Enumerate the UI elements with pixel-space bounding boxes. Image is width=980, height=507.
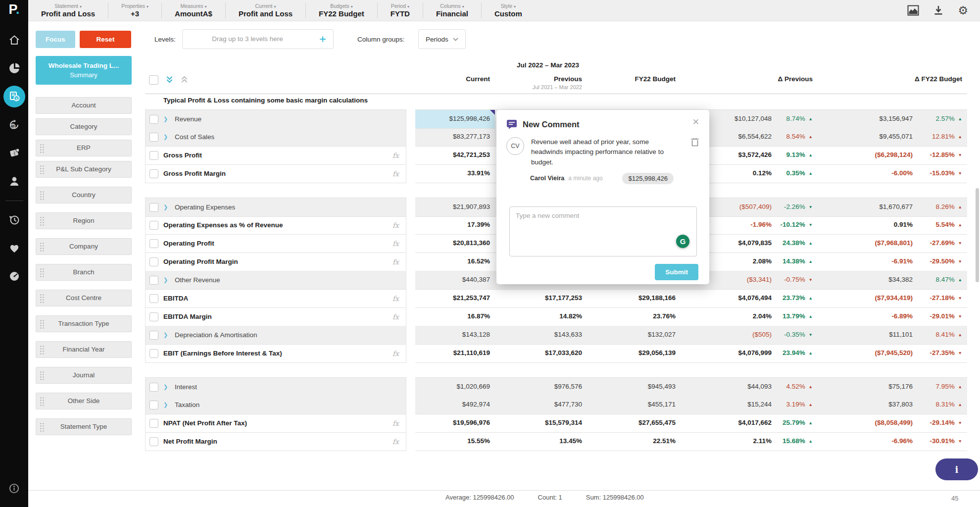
cell-delta-budget-percent[interactable]: -15.03% ▼ xyxy=(918,164,967,183)
cell-delta-budget-value[interactable]: ($7,968,801) xyxy=(818,234,918,253)
cell-delta-budget-value[interactable]: $34,382 xyxy=(818,271,918,290)
cell-previous[interactable]: $15,579,314 xyxy=(495,414,587,433)
cell-delta-budget-percent[interactable]: -29.01% ▼ xyxy=(918,307,967,326)
cell-current[interactable]: $19,596,976 xyxy=(415,414,495,433)
focus-button[interactable]: Focus xyxy=(36,31,75,48)
expand-row-icon[interactable]: ❯ xyxy=(163,116,170,122)
delete-comment-icon[interactable] xyxy=(690,137,699,148)
cell-delta-previous-percent[interactable]: 8.74% ▲ xyxy=(777,109,818,129)
cell-delta-previous-value[interactable]: 2.04% xyxy=(681,307,777,326)
cell-delta-budget-percent[interactable]: 7.95% ▲ xyxy=(918,377,967,397)
toolbar-item-measures[interactable]: Measures▾AmountA$ xyxy=(161,2,225,18)
cell-delta-budget-percent[interactable]: -29.50% ▼ xyxy=(918,253,967,271)
cell-delta-budget-percent[interactable]: 2.57% ▲ xyxy=(918,109,967,129)
selection-button[interactable]: Wholesale Trading L... Summary xyxy=(36,56,132,85)
settings-gear-icon[interactable]: ⚙ xyxy=(958,5,968,16)
cell-previous[interactable]: 14.82% xyxy=(495,307,587,326)
column-header-budget[interactable]: FY22 Budget xyxy=(587,74,681,94)
expand-row-icon[interactable]: ❯ xyxy=(163,332,170,338)
row-checkbox[interactable] xyxy=(149,419,158,428)
cell-current[interactable]: $21,907,893 xyxy=(415,198,495,217)
cell-current[interactable]: $83,277,173 xyxy=(415,128,495,147)
cell-current[interactable]: 17.39% xyxy=(415,216,495,235)
column-header-delta-budget[interactable]: Δ FY22 Budget xyxy=(818,74,967,94)
cell-delta-previous-percent[interactable]: 0.35% ▲ xyxy=(777,164,818,183)
row-checkbox[interactable] xyxy=(149,331,158,340)
cell-delta-budget-value[interactable]: $1,670,677 xyxy=(818,198,918,217)
expand-row-icon[interactable]: ❯ xyxy=(163,134,170,140)
column-header-current[interactable]: Current xyxy=(415,74,495,94)
cell-previous[interactable]: $976,576 xyxy=(495,377,587,397)
cell-delta-previous-percent[interactable]: 14.38% ▲ xyxy=(777,253,818,271)
cell-delta-previous-percent[interactable]: -10.12% ▼ xyxy=(777,216,818,235)
cell-delta-previous-value[interactable]: $4,076,494 xyxy=(681,289,777,308)
info-circle-icon[interactable] xyxy=(3,477,25,499)
select-all-checkbox[interactable] xyxy=(149,75,158,85)
cell-budget[interactable]: $455,171 xyxy=(587,396,681,414)
column-header-previous[interactable]: PreviousJul 2021 – Mar 2022 xyxy=(495,74,587,94)
cell-delta-previous-value[interactable]: $4,076,999 xyxy=(681,344,777,363)
cell-current[interactable]: $440,387 xyxy=(415,271,495,290)
toolbar-item-current[interactable]: Current▾Profit and Loss xyxy=(225,2,305,18)
grammarly-icon[interactable]: G xyxy=(676,235,689,248)
dimension-erp[interactable]: ERP xyxy=(36,140,132,156)
rebates-tag-icon[interactable]: ·|· xyxy=(3,142,25,164)
cell-delta-budget-percent[interactable]: 12.81% ▲ xyxy=(918,128,967,147)
close-icon[interactable]: ✕ xyxy=(689,116,702,128)
dashboard-gauge-icon[interactable] xyxy=(3,265,25,287)
cell-delta-previous-percent[interactable]: -0.75% ▼ xyxy=(777,271,818,290)
cell-current[interactable]: $492,974 xyxy=(415,396,495,414)
cell-budget[interactable]: $29,188,166 xyxy=(587,289,681,308)
dimension-region[interactable]: Region xyxy=(36,212,132,229)
levels-drop-zone[interactable]: Drag up to 3 levels here + xyxy=(182,29,334,49)
cell-delta-budget-percent[interactable]: -12.85% ▼ xyxy=(918,146,967,165)
cell-delta-previous-percent[interactable]: 13.79% ▲ xyxy=(777,307,818,326)
cell-delta-budget-value[interactable]: $11,101 xyxy=(818,326,918,345)
dimension-account[interactable]: Account xyxy=(36,97,132,114)
cell-current[interactable]: 15.55% xyxy=(415,432,495,451)
dimension-p-l-sub-category[interactable]: P&L Sub Category xyxy=(36,161,132,178)
toolbar-item-statement[interactable]: Statement▾Profit and Loss xyxy=(28,2,108,18)
cell-current[interactable]: $42,721,253 xyxy=(415,146,495,165)
row-checkbox[interactable] xyxy=(149,151,158,160)
cell-delta-budget-percent[interactable]: 8.26% ▲ xyxy=(918,198,967,217)
cell-delta-previous-percent[interactable]: -0.35% ▼ xyxy=(777,326,818,345)
cell-delta-budget-value[interactable]: ($8,058,499) xyxy=(818,414,918,433)
cell-delta-budget-value[interactable]: ($7,945,520) xyxy=(818,344,918,363)
cell-delta-previous-value[interactable]: $4,017,662 xyxy=(681,414,777,433)
row-checkbox[interactable] xyxy=(149,401,158,409)
cell-previous[interactable]: $143,633 xyxy=(495,326,587,345)
cell-delta-previous-value[interactable]: $15,244 xyxy=(681,396,777,414)
expand-row-icon[interactable]: ❯ xyxy=(163,204,170,210)
cell-current[interactable]: $21,253,747 xyxy=(415,289,495,308)
cell-delta-budget-percent[interactable]: 8.47% ▲ xyxy=(918,271,967,290)
cell-delta-previous-percent[interactable]: 9.13% ▲ xyxy=(777,146,818,165)
cell-delta-previous-percent[interactable]: 24.38% ▲ xyxy=(777,234,818,253)
dimension-journal[interactable]: Journal xyxy=(36,367,132,384)
cell-delta-budget-value[interactable]: -6.96% xyxy=(818,432,918,451)
cell-delta-budget-value[interactable]: $9,455,071 xyxy=(818,128,918,147)
help-info-pill[interactable]: i xyxy=(935,458,978,480)
column-groups-dropdown[interactable]: Periods xyxy=(418,29,466,49)
cell-current[interactable]: 16.52% xyxy=(415,253,495,271)
dimension-transaction-type[interactable]: Transaction Type xyxy=(36,315,132,332)
cell-delta-previous-value[interactable]: ($505) xyxy=(681,326,777,345)
toolbar-item-properties[interactable]: Properties▾+3 xyxy=(108,2,161,18)
row-checkbox[interactable] xyxy=(149,169,158,178)
row-checkbox[interactable] xyxy=(149,294,158,303)
cell-budget[interactable]: $132,027 xyxy=(587,326,681,345)
expand-row-icon[interactable]: ❯ xyxy=(163,384,170,390)
dimension-other-side[interactable]: Other Side xyxy=(36,393,132,409)
cell-current[interactable]: $20,813,360 xyxy=(415,234,495,253)
add-level-icon[interactable]: + xyxy=(312,30,333,49)
row-checkbox[interactable] xyxy=(149,437,158,446)
toolbar-item-budgets[interactable]: Budgets▾FY22 Budget xyxy=(305,2,377,18)
cell-delta-budget-value[interactable]: $37,803 xyxy=(818,396,918,414)
cell-budget[interactable]: 23.76% xyxy=(587,307,681,326)
home-icon[interactable] xyxy=(3,29,25,51)
cell-previous[interactable]: $477,730 xyxy=(495,396,587,414)
scrollbar-thumb[interactable] xyxy=(976,188,979,282)
cell-delta-budget-value[interactable]: -6.89% xyxy=(818,307,918,326)
cell-delta-budget-percent[interactable]: -27.35% ▼ xyxy=(918,344,967,363)
cell-delta-previous-percent[interactable]: 3.19% ▲ xyxy=(777,396,818,414)
